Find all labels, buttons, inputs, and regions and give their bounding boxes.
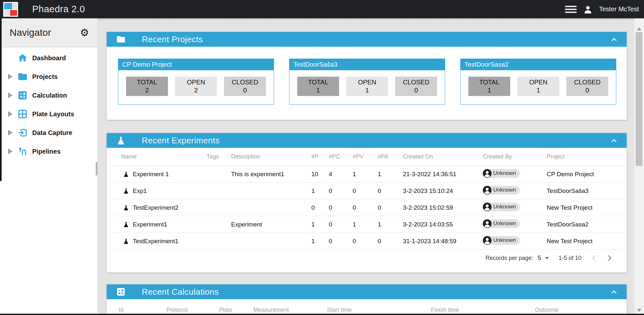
sidebar-item-projects[interactable]: Projects	[0, 67, 97, 86]
section-title: Recent Projects	[142, 34, 203, 44]
records-per-page-dropdown-icon[interactable]	[545, 257, 549, 259]
app-title: Phaedra 2.0	[32, 4, 85, 14]
recent-calculations-header[interactable]: Recent Calculations	[107, 284, 627, 299]
flask-icon	[123, 171, 129, 177]
avatar-icon	[483, 203, 492, 211]
scroll-down-icon[interactable]	[637, 309, 641, 312]
sidebar-item-label: Data Capture	[32, 129, 72, 137]
sidebar-item-label: Calculation	[32, 92, 67, 99]
calculator-icon	[116, 287, 126, 297]
expand-arrow-icon[interactable]	[8, 130, 13, 136]
records-per-page-label: Records per page:	[485, 255, 533, 262]
experiment-project: TestDoorSasa2	[547, 221, 623, 228]
collapse-chevron-icon[interactable]	[611, 38, 617, 41]
folder-icon	[116, 34, 126, 44]
experiment-description: This is experiment1	[231, 171, 311, 178]
main-content: Recent Projects CP Demo Project TOTAL2 O…	[97, 18, 634, 315]
experiment-name: Experiment1	[133, 221, 167, 228]
expand-arrow-icon[interactable]	[8, 74, 13, 80]
expand-arrow-icon[interactable]	[8, 92, 13, 98]
route-icon	[17, 146, 28, 157]
experiment-description: Experiment	[231, 221, 311, 228]
pagination-bar: Records per page: 5 1-5 of 10	[110, 250, 623, 266]
avatar-icon	[483, 169, 492, 178]
experiment-name: TestExperiment1	[133, 238, 179, 245]
sidebar-item-dashboard[interactable]: Dashboard	[0, 49, 97, 67]
expand-arrow-icon[interactable]	[8, 148, 13, 154]
gear-icon[interactable]: ⚙	[80, 28, 89, 38]
navigator-header: Navigator ⚙	[0, 18, 97, 47]
project-card[interactable]: TestDoorSasa2 TOTAL1 OPEN1 CLOSED0	[460, 59, 616, 105]
recent-experiments-section: Recent Experiments Name Tags Description…	[107, 133, 627, 272]
flask-icon	[123, 205, 129, 211]
flask-icon	[116, 136, 126, 145]
calculator-icon	[17, 90, 28, 100]
menu-icon[interactable]	[565, 5, 577, 14]
created-on: 3-2-2023 15:02:59	[403, 204, 483, 211]
stat-total: TOTAL2	[126, 77, 168, 96]
page-scrollbar[interactable]	[634, 18, 644, 315]
recent-experiments-header[interactable]: Recent Experiments	[107, 133, 627, 148]
experiment-row[interactable]: Experiment1 Experiment 1 0 1 1 3-2-2023 …	[110, 216, 623, 233]
navigator-sidebar: Navigator ⚙ Dashboard Projects	[0, 18, 97, 315]
next-page-icon[interactable]	[606, 255, 611, 261]
experiment-row[interactable]: Exp1 1 0 0 0 3-2-2023 15:10:24 Unknown T…	[110, 183, 623, 199]
experiment-row[interactable]: TestExperiment2 0 0 0 0 3-2-2023 15:02:5…	[110, 199, 623, 216]
project-card-title: CP Demo Project	[118, 59, 274, 70]
experiment-row[interactable]: TestExperiment1 1 0 0 0 31-1-2023 14:48:…	[110, 233, 623, 250]
experiment-project: CP Demo Project	[547, 171, 623, 178]
sidebar-item-label: Projects	[32, 73, 58, 81]
data-input-icon	[17, 128, 28, 138]
recent-calculations-section: Recent Calculations Id Protocol Plate Me…	[107, 284, 627, 315]
experiment-name: TestExperiment2	[133, 204, 179, 211]
expand-arrow-icon[interactable]	[8, 111, 13, 117]
sidebar-scrollbar-thumb[interactable]	[96, 162, 97, 176]
pagination-range: 1-5 of 10	[559, 255, 581, 262]
previous-page-icon[interactable]	[592, 255, 598, 261]
window-bottom-edge	[0, 314, 644, 315]
stat-total: TOTAL1	[297, 77, 339, 96]
stat-open: OPEN2	[175, 77, 217, 96]
created-on: 31-1-2023 14:48:59	[403, 238, 483, 245]
sidebar-item-label: Pipelines	[32, 148, 61, 155]
stat-open: OPEN1	[517, 77, 559, 96]
recent-projects-header[interactable]: Recent Projects	[107, 32, 627, 47]
collapse-chevron-icon[interactable]	[611, 139, 617, 142]
created-by-chip: Unknown	[483, 186, 520, 195]
sidebar-item-plate-layouts[interactable]: Plate Layouts	[0, 105, 97, 123]
experiments-table-header: Name Tags Description #P #PC #PV #PA Cre…	[110, 148, 623, 166]
sidebar-item-data-capture[interactable]: Data Capture	[0, 123, 97, 142]
scroll-up-icon[interactable]	[637, 27, 641, 30]
scrollbar-thumb[interactable]	[636, 32, 642, 166]
calculations-table-header: Id Protocol Plate Measurement Start time…	[107, 302, 627, 315]
user-name[interactable]: Tester McTest	[599, 5, 639, 13]
sidebar-left-edge	[0, 18, 2, 181]
recent-projects-section: Recent Projects CP Demo Project TOTAL2 O…	[107, 32, 627, 120]
section-title: Recent Calculations	[142, 287, 219, 297]
stat-closed: CLOSED0	[566, 77, 608, 96]
avatar-icon	[483, 236, 492, 245]
collapse-chevron-icon[interactable]	[611, 290, 617, 294]
experiment-project: New Test Project	[547, 238, 623, 245]
created-by-chip: Unknown	[483, 219, 520, 228]
section-title: Recent Experiments	[142, 136, 220, 146]
sidebar-item-pipelines[interactable]: Pipelines	[0, 142, 97, 161]
flask-icon	[123, 238, 129, 244]
created-by-chip: Unknown	[483, 236, 520, 245]
project-card[interactable]: CP Demo Project TOTAL2 OPEN2 CLOSED0	[118, 59, 274, 105]
experiment-name: Exp1	[133, 187, 147, 195]
phaedra-logo	[3, 2, 18, 17]
home-icon	[17, 53, 28, 63]
created-on: 21-3-2022 14:36:51	[403, 171, 483, 178]
stat-closed: CLOSED0	[224, 77, 266, 96]
experiment-row[interactable]: Experiment 1 This is experiment1 10 4 1 …	[110, 166, 623, 183]
sidebar-item-calculation[interactable]: Calculation	[0, 86, 97, 105]
sidebar-item-label: Dashboard	[32, 54, 66, 62]
records-per-page-value[interactable]: 5	[538, 254, 541, 262]
avatar-icon	[483, 219, 492, 228]
user-icon[interactable]	[583, 5, 593, 14]
created-by-chip: Unknown	[483, 203, 520, 211]
created-on: 3-2-2023 15:10:24	[403, 187, 483, 195]
flask-icon	[123, 221, 129, 228]
project-card[interactable]: TestDoorSaša3 TOTAL1 OPEN1 CLOSED0	[289, 59, 445, 105]
